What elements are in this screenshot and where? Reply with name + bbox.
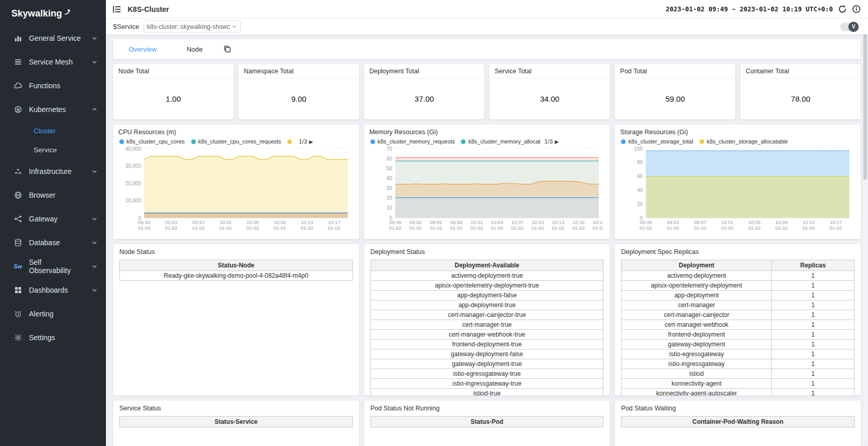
sidebar-item-alerting[interactable]: Alerting: [0, 302, 106, 326]
sidebar-item-functions[interactable]: Functions: [0, 74, 106, 98]
page-title: K8S-Cluster: [128, 5, 169, 13]
collapse-sidebar-icon[interactable]: [112, 5, 121, 14]
legend-item[interactable]: k8s_cluster_cpu_cores: [119, 138, 185, 145]
svg-text:01-02: 01-02: [192, 225, 205, 231]
legend-item[interactable]: k8s_cluster_storage_allocatable: [700, 138, 788, 145]
svg-text:10:13: 10:13: [803, 219, 815, 225]
pod-status-not-running-table: Status-Pod: [370, 416, 604, 427]
svg-text:01-02: 01-02: [409, 225, 422, 231]
table-row: istio-ingressgateway1: [622, 359, 855, 369]
tab-overview[interactable]: Overview: [129, 45, 157, 53]
svg-text:10:07: 10:07: [511, 219, 523, 225]
svg-text:40: 40: [386, 176, 393, 181]
chart-plot: 10080604020009:4901-0209:5301-0209:5701-…: [620, 146, 854, 233]
sidebar-item-label: Service Mesh: [29, 58, 73, 66]
table-row: gateway-deployment-true: [370, 359, 603, 369]
refresh-icon[interactable]: [838, 5, 847, 13]
table-row: Ready-gke-skywalking-demo-pool-4-082a48f…: [120, 271, 353, 281]
chevron-down-icon: [91, 287, 98, 293]
svg-text:01-02: 01-02: [531, 225, 544, 231]
sidebar-nav: General ServiceService MeshFunctionsKube…: [0, 26, 106, 349]
chart-card-storage-resources-gi-: Storage Resources (Gi)k8s_cluster_storag…: [615, 124, 861, 239]
table-cell: cert-manager-true: [370, 320, 603, 330]
table-cell: 1: [771, 349, 854, 359]
sidebar-item-general-service[interactable]: General Service: [0, 26, 106, 50]
table-cell: cert-manager-cainjector: [622, 310, 772, 320]
sidebar-item-gateway[interactable]: Gateway: [0, 207, 106, 231]
tab-node[interactable]: Node: [187, 45, 203, 53]
table-cell: istio-ingressgateway: [622, 359, 772, 369]
scrollbar-thumb[interactable]: [863, 30, 867, 180]
chart-legend: k8s_cluster_cpu_coresk8s_cluster_cpu_cor…: [119, 138, 354, 145]
info-icon[interactable]: [852, 5, 861, 13]
service-select-value: k8s-cluster::skywalking-showca: [147, 23, 230, 30]
table-row: app-deployment1: [622, 291, 855, 300]
pod-status-waiting-table: Container-Pod-Waiting Reason: [621, 416, 855, 427]
table-cell: cert-manager-webhook: [622, 320, 772, 330]
legend-item[interactable]: k8s_cluster_memory_requests: [370, 138, 455, 145]
table-row: istiod-true: [370, 389, 603, 396]
table-cell: konnectivity-agent-autoscaler: [622, 389, 772, 396]
edit-tabs-icon[interactable]: [223, 45, 231, 53]
sidebar-item-service[interactable]: Service: [0, 140, 106, 160]
sidebar-item-service-mesh[interactable]: Service Mesh: [0, 50, 106, 74]
table-row: istio-ingressgateway-true: [370, 379, 603, 389]
sidebar-item-cluster[interactable]: Cluster: [0, 121, 106, 140]
sidebar: Skywalking General ServiceService MeshFu…: [0, 0, 106, 446]
stat-value: 1.00: [113, 78, 234, 119]
svg-text:10:01: 10:01: [721, 219, 734, 225]
legend-item[interactable]: k8s_cluster_cpu_cores_requests: [191, 138, 282, 145]
svg-text:30,000: 30,000: [125, 163, 141, 169]
sw-icon: Sw: [13, 262, 22, 271]
gear-icon: [13, 333, 22, 342]
sidebar-item-label: Dashboards: [29, 286, 68, 294]
stat-value: 37.00: [364, 78, 485, 119]
svg-text:09:53: 09:53: [667, 219, 679, 225]
legend-dot: [370, 139, 375, 144]
pod-status-not-running-card: Pod Status Not Running Status-Pod: [364, 401, 610, 446]
stats-row: Node Total1.00Namespace Total9.00Deploym…: [113, 64, 861, 119]
svg-text:10:13: 10:13: [301, 219, 313, 225]
svg-text:09:57: 09:57: [192, 219, 205, 225]
kubernetes-icon: [13, 105, 22, 114]
stat-value: 9.00: [239, 78, 359, 119]
svg-text:01-02: 01-02: [511, 225, 523, 231]
legend-item[interactable]: k8s_cluster_memory_allocat: [461, 138, 540, 145]
svg-text:09:52: 09:52: [409, 219, 422, 225]
legend-item[interactable]: [287, 139, 295, 144]
time-range-picker[interactable]: 2023-01-02 09:49 ~ 2023-01-02 10:19 UTC+…: [665, 5, 833, 13]
table-row: cert-manager1: [622, 300, 855, 310]
next-page-icon[interactable]: ▶: [555, 139, 559, 145]
legend-item[interactable]: k8s_cluster_storage_total: [621, 138, 693, 145]
table-cell: app-deployment-false: [370, 291, 603, 300]
sidebar-item-infrastructure[interactable]: Infrastructure: [0, 160, 106, 183]
table-row: gateway-deployment-false: [370, 349, 603, 359]
sidebar-item-self-observability[interactable]: SwSelf Observability: [0, 254, 106, 278]
next-page-icon[interactable]: ▶: [309, 139, 313, 145]
svg-text:10:17: 10:17: [328, 219, 340, 225]
sidebar-item-kubernetes[interactable]: Kubernetes: [0, 98, 106, 121]
version-toggle[interactable]: V: [840, 23, 858, 31]
sidebar-item-database[interactable]: Database: [0, 231, 106, 254]
svg-text:01-02: 01-02: [301, 225, 313, 231]
card-title: Deployment Status: [370, 248, 604, 256]
svg-text:01-02: 01-02: [165, 225, 177, 231]
chart-card-cpu-resources-m-: CPU Resources (m)k8s_cluster_cpu_coresk8…: [113, 124, 359, 239]
table-cell: 1: [771, 359, 854, 369]
table-cell: 1: [771, 291, 854, 300]
logo-swoosh-icon: [63, 8, 71, 19]
table-cell: 1: [771, 379, 854, 389]
svg-text:10:04: 10:04: [491, 219, 503, 225]
table-cell: 1: [771, 271, 854, 281]
table-row: cert-manager-webhook1: [622, 320, 855, 330]
skywalking-logo[interactable]: Skywalking: [0, 0, 106, 26]
data-table: Status-NodeReady-gke-skywalking-demo-poo…: [119, 260, 353, 281]
main-area: K8S-Cluster 2023-01-02 09:49 ~ 2023-01-0…: [106, 0, 868, 446]
service-select[interactable]: k8s-cluster::skywalking-showca: [144, 21, 241, 33]
sidebar-item-dashboards[interactable]: Dashboards: [0, 278, 106, 302]
charts-row: CPU Resources (m)k8s_cluster_cpu_coresk8…: [113, 124, 861, 239]
legend-dot: [287, 139, 292, 144]
sidebar-item-browser[interactable]: Browser: [0, 183, 106, 207]
svg-text:09:49: 09:49: [640, 219, 652, 225]
sidebar-item-settings[interactable]: Settings: [0, 326, 106, 349]
